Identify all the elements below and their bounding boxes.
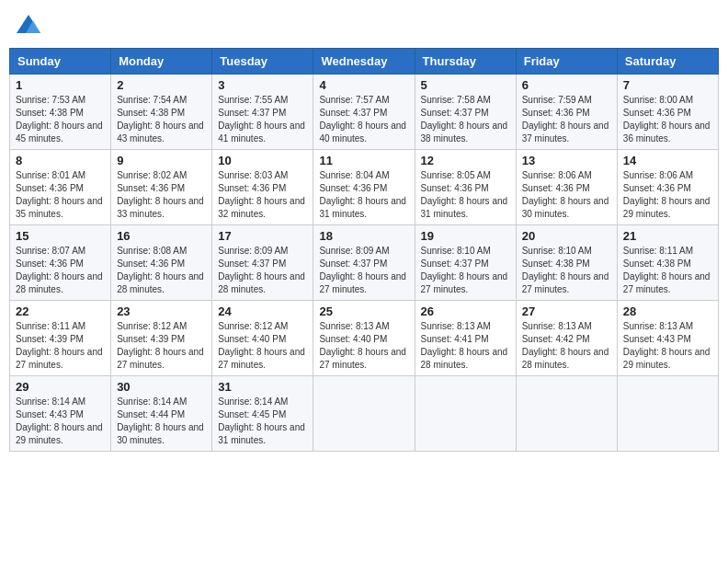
weekday-friday: Friday xyxy=(516,49,617,75)
day-number: 2 xyxy=(117,78,206,92)
calendar-cell: 14 Sunrise: 8:06 AMSunset: 4:36 PMDaylig… xyxy=(617,150,718,225)
calendar-table: SundayMondayTuesdayWednesdayThursdayFrid… xyxy=(9,48,719,452)
day-number: 30 xyxy=(117,380,206,394)
calendar-body: 1 Sunrise: 7:53 AMSunset: 4:38 PMDayligh… xyxy=(10,75,719,452)
calendar-cell: 30 Sunrise: 8:14 AMSunset: 4:44 PMDaylig… xyxy=(111,376,212,452)
calendar-cell: 20 Sunrise: 8:10 AMSunset: 4:38 PMDaylig… xyxy=(516,225,617,301)
day-number: 8 xyxy=(16,154,105,167)
day-number: 3 xyxy=(218,78,307,92)
day-detail: Sunrise: 8:14 AMSunset: 4:44 PMDaylight:… xyxy=(117,396,206,447)
day-detail: Sunrise: 8:01 AMSunset: 4:36 PMDaylight:… xyxy=(16,169,105,221)
day-number: 6 xyxy=(522,78,611,92)
day-number: 20 xyxy=(522,229,611,243)
day-detail: Sunrise: 7:59 AMSunset: 4:36 PMDaylight:… xyxy=(522,94,611,145)
day-detail: Sunrise: 8:09 AMSunset: 4:37 PMDaylight:… xyxy=(218,245,307,296)
weekday-monday: Monday xyxy=(111,49,212,75)
day-detail: Sunrise: 8:13 AMSunset: 4:43 PMDaylight:… xyxy=(623,320,712,372)
calendar-cell: 23 Sunrise: 8:12 AMSunset: 4:39 PMDaylig… xyxy=(111,301,212,376)
calendar-cell: 25 Sunrise: 8:13 AMSunset: 4:40 PMDaylig… xyxy=(313,301,415,376)
calendar-cell: 29 Sunrise: 8:14 AMSunset: 4:43 PMDaylig… xyxy=(10,376,111,452)
day-number: 7 xyxy=(623,78,712,92)
calendar-cell: 26 Sunrise: 8:13 AMSunset: 4:41 PMDaylig… xyxy=(415,301,516,376)
day-number: 26 xyxy=(421,304,510,318)
calendar-week-4: 22 Sunrise: 8:11 AMSunset: 4:39 PMDaylig… xyxy=(10,301,719,376)
day-detail: Sunrise: 8:13 AMSunset: 4:40 PMDaylight:… xyxy=(319,320,408,372)
calendar-cell: 3 Sunrise: 7:55 AMSunset: 4:37 PMDayligh… xyxy=(212,75,313,150)
day-number: 29 xyxy=(16,380,105,394)
calendar-week-2: 8 Sunrise: 8:01 AMSunset: 4:36 PMDayligh… xyxy=(10,150,719,225)
calendar-cell xyxy=(516,376,617,452)
day-number: 10 xyxy=(218,154,307,167)
day-detail: Sunrise: 8:07 AMSunset: 4:36 PMDaylight:… xyxy=(16,245,105,296)
calendar-cell xyxy=(313,376,415,452)
day-detail: Sunrise: 8:02 AMSunset: 4:36 PMDaylight:… xyxy=(117,169,206,221)
calendar-week-5: 29 Sunrise: 8:14 AMSunset: 4:43 PMDaylig… xyxy=(10,376,719,452)
day-number: 9 xyxy=(117,154,206,167)
day-number: 16 xyxy=(117,229,206,243)
calendar-cell: 11 Sunrise: 8:04 AMSunset: 4:36 PMDaylig… xyxy=(313,150,415,225)
logo xyxy=(15,13,46,39)
day-detail: Sunrise: 8:00 AMSunset: 4:36 PMDaylight:… xyxy=(623,94,712,145)
day-detail: Sunrise: 7:58 AMSunset: 4:37 PMDaylight:… xyxy=(421,94,510,145)
calendar-cell: 7 Sunrise: 8:00 AMSunset: 4:36 PMDayligh… xyxy=(617,75,718,150)
weekday-wednesday: Wednesday xyxy=(313,49,415,75)
calendar-cell: 31 Sunrise: 8:14 AMSunset: 4:45 PMDaylig… xyxy=(212,376,313,452)
day-detail: Sunrise: 8:04 AMSunset: 4:36 PMDaylight:… xyxy=(319,169,408,221)
weekday-header-row: SundayMondayTuesdayWednesdayThursdayFrid… xyxy=(10,49,719,75)
day-detail: Sunrise: 8:06 AMSunset: 4:36 PMDaylight:… xyxy=(623,169,712,221)
calendar-cell: 13 Sunrise: 8:06 AMSunset: 4:36 PMDaylig… xyxy=(516,150,617,225)
day-detail: Sunrise: 8:08 AMSunset: 4:36 PMDaylight:… xyxy=(117,245,206,296)
calendar-cell xyxy=(617,376,718,452)
day-detail: Sunrise: 8:06 AMSunset: 4:36 PMDaylight:… xyxy=(522,169,611,221)
calendar-cell: 15 Sunrise: 8:07 AMSunset: 4:36 PMDaylig… xyxy=(10,225,111,301)
day-number: 24 xyxy=(218,304,307,318)
calendar-cell: 21 Sunrise: 8:11 AMSunset: 4:38 PMDaylig… xyxy=(617,225,718,301)
day-number: 13 xyxy=(522,154,611,167)
day-number: 1 xyxy=(16,78,105,92)
calendar-cell: 28 Sunrise: 8:13 AMSunset: 4:43 PMDaylig… xyxy=(617,301,718,376)
calendar-cell xyxy=(415,376,516,452)
day-number: 21 xyxy=(623,229,712,243)
day-number: 18 xyxy=(319,229,408,243)
weekday-tuesday: Tuesday xyxy=(212,49,313,75)
day-detail: Sunrise: 7:57 AMSunset: 4:37 PMDaylight:… xyxy=(319,94,408,145)
day-detail: Sunrise: 8:12 AMSunset: 4:40 PMDaylight:… xyxy=(218,320,307,372)
day-number: 27 xyxy=(522,304,611,318)
calendar-cell: 5 Sunrise: 7:58 AMSunset: 4:37 PMDayligh… xyxy=(415,75,516,150)
day-number: 15 xyxy=(16,229,105,243)
day-detail: Sunrise: 8:05 AMSunset: 4:36 PMDaylight:… xyxy=(421,169,510,221)
day-detail: Sunrise: 8:03 AMSunset: 4:36 PMDaylight:… xyxy=(218,169,307,221)
calendar-cell: 18 Sunrise: 8:09 AMSunset: 4:37 PMDaylig… xyxy=(313,225,415,301)
day-detail: Sunrise: 7:55 AMSunset: 4:37 PMDaylight:… xyxy=(218,94,307,145)
day-detail: Sunrise: 8:13 AMSunset: 4:42 PMDaylight:… xyxy=(522,320,611,372)
day-detail: Sunrise: 8:11 AMSunset: 4:38 PMDaylight:… xyxy=(623,245,712,296)
calendar-cell: 17 Sunrise: 8:09 AMSunset: 4:37 PMDaylig… xyxy=(212,225,313,301)
calendar-cell: 6 Sunrise: 7:59 AMSunset: 4:36 PMDayligh… xyxy=(516,75,617,150)
calendar-cell: 22 Sunrise: 8:11 AMSunset: 4:39 PMDaylig… xyxy=(10,301,111,376)
calendar-cell: 19 Sunrise: 8:10 AMSunset: 4:37 PMDaylig… xyxy=(415,225,516,301)
day-detail: Sunrise: 8:10 AMSunset: 4:38 PMDaylight:… xyxy=(522,245,611,296)
day-number: 23 xyxy=(117,304,206,318)
weekday-thursday: Thursday xyxy=(415,49,516,75)
day-detail: Sunrise: 7:54 AMSunset: 4:38 PMDaylight:… xyxy=(117,94,206,145)
weekday-sunday: Sunday xyxy=(10,49,111,75)
day-number: 22 xyxy=(16,304,105,318)
day-detail: Sunrise: 8:13 AMSunset: 4:41 PMDaylight:… xyxy=(421,320,510,372)
day-number: 25 xyxy=(319,304,408,318)
calendar-week-1: 1 Sunrise: 7:53 AMSunset: 4:38 PMDayligh… xyxy=(10,75,719,150)
day-detail: Sunrise: 8:14 AMSunset: 4:45 PMDaylight:… xyxy=(218,396,307,447)
calendar-cell: 1 Sunrise: 7:53 AMSunset: 4:38 PMDayligh… xyxy=(10,75,111,150)
day-number: 11 xyxy=(319,154,408,167)
calendar-cell: 24 Sunrise: 8:12 AMSunset: 4:40 PMDaylig… xyxy=(212,301,313,376)
day-detail: Sunrise: 8:12 AMSunset: 4:39 PMDaylight:… xyxy=(117,320,206,372)
day-detail: Sunrise: 7:53 AMSunset: 4:38 PMDaylight:… xyxy=(16,94,105,145)
day-detail: Sunrise: 8:09 AMSunset: 4:37 PMDaylight:… xyxy=(319,245,408,296)
day-detail: Sunrise: 8:10 AMSunset: 4:37 PMDaylight:… xyxy=(421,245,510,296)
day-detail: Sunrise: 8:11 AMSunset: 4:39 PMDaylight:… xyxy=(16,320,105,372)
day-number: 14 xyxy=(623,154,712,167)
day-number: 4 xyxy=(319,78,408,92)
calendar-cell: 9 Sunrise: 8:02 AMSunset: 4:36 PMDayligh… xyxy=(111,150,212,225)
day-detail: Sunrise: 8:14 AMSunset: 4:43 PMDaylight:… xyxy=(16,396,105,447)
calendar-cell: 10 Sunrise: 8:03 AMSunset: 4:36 PMDaylig… xyxy=(212,150,313,225)
day-number: 5 xyxy=(421,78,510,92)
